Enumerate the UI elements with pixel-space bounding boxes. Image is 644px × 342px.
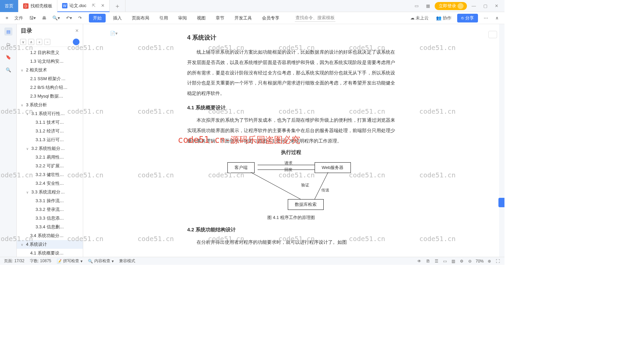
- view-read-icon[interactable]: ▭: [442, 259, 447, 264]
- view-mode-icon[interactable]: 👁: [417, 259, 422, 264]
- expand-all-icon[interactable]: ∧: [28, 39, 34, 45]
- cloud-status[interactable]: ☁ 未上云: [409, 14, 431, 22]
- toc-item[interactable]: ∨ 3.1 系统可行性…: [17, 109, 83, 118]
- toc-item[interactable]: 1.2 目的和意义: [17, 48, 83, 57]
- share-button[interactable]: ⎋ 分享: [457, 14, 478, 22]
- word-icon: W: [62, 3, 67, 8]
- toc-item[interactable]: 3.3.1 操作流…: [17, 196, 83, 205]
- compat-mode[interactable]: 兼容模式: [119, 258, 135, 264]
- toc-item[interactable]: ∨ 2 相关技术: [17, 66, 83, 74]
- feedback-tab[interactable]: [498, 198, 504, 207]
- menu-member[interactable]: 会员专享: [259, 14, 282, 22]
- maximize-icon[interactable]: ▢: [481, 2, 490, 10]
- layout-icon[interactable]: ▭: [412, 2, 421, 10]
- minimize-icon[interactable]: —: [469, 2, 479, 10]
- file-menu[interactable]: 文件: [13, 14, 25, 22]
- toc-item[interactable]: ∨ 3.3 系统流程分…: [17, 188, 83, 196]
- menu-review[interactable]: 审阅: [175, 14, 190, 22]
- toc-item[interactable]: 3.2.1 易用性…: [17, 153, 83, 162]
- menu-view[interactable]: 视图: [194, 14, 208, 22]
- toc-item[interactable]: 3.3.4 信息删…: [17, 223, 83, 231]
- menu-ref[interactable]: 引用: [157, 14, 171, 22]
- right-scrollbar[interactable]: [499, 24, 504, 257]
- page-number[interactable]: 页面: 17/32: [4, 258, 24, 264]
- page-marker-icon: 📄▾: [110, 31, 118, 36]
- toc-item[interactable]: ∨ 3 系统分析: [17, 101, 83, 109]
- menu-insert[interactable]: 插入: [110, 14, 124, 22]
- save-icon[interactable]: 🖫▾: [28, 14, 38, 21]
- tab-add[interactable]: ＋: [110, 0, 125, 12]
- main: ▤ 🗂 🔖 🔍 目录 ✕ ∨ ∧ ＋ － 1.2 目的和意义1.3 论文结构安……: [0, 24, 504, 257]
- clipboard-icon[interactable]: 🗂: [4, 40, 12, 48]
- close-window-icon[interactable]: ✕: [492, 2, 501, 10]
- more-icon[interactable]: ⋯: [482, 14, 490, 21]
- menu-start[interactable]: 开始: [89, 14, 106, 22]
- tab-document[interactable]: W论文.doc⇱✕: [57, 0, 110, 12]
- statusbar: 页面: 17/32 字数: 10875 📝 拼写检查 ▾ 🔍 内容检查 ▾ 兼容…: [0, 257, 504, 265]
- toc-item[interactable]: 3.1.2 经济可…: [17, 127, 83, 135]
- menu-dev[interactable]: 开发工具: [232, 14, 255, 22]
- toc-item[interactable]: 2.2 B/S 结构介绍…: [17, 83, 83, 92]
- tab-home[interactable]: 首页: [0, 0, 18, 12]
- toc-item[interactable]: 2.1 SSM 框架介…: [17, 74, 83, 83]
- login-button[interactable]: 立即登录: [435, 2, 467, 10]
- outline-icon[interactable]: ▤: [4, 27, 12, 36]
- toc-item[interactable]: 3.2.3 健壮性…: [17, 170, 83, 179]
- toc-item[interactable]: 3.1.3 运行可…: [17, 135, 83, 144]
- coop-button[interactable]: 👥 协作: [434, 14, 453, 22]
- search-icon[interactable]: 🔍: [4, 66, 12, 74]
- outline-title: 目录: [21, 27, 32, 35]
- collapse-icon[interactable]: ∧: [494, 14, 500, 21]
- preview-icon[interactable]: 🔍▾: [51, 14, 62, 21]
- menu-icon[interactable]: ≡: [4, 14, 10, 21]
- spell-check[interactable]: 📝 拼写检查 ▾: [57, 258, 83, 264]
- menu-chapter[interactable]: 章节: [213, 14, 227, 22]
- word-count[interactable]: 字数: 10875: [30, 258, 51, 264]
- bookmark-icon[interactable]: 🔖: [4, 53, 12, 61]
- view-web-icon[interactable]: ▥: [451, 259, 456, 264]
- toc-item[interactable]: 4.1 系统概要设…: [17, 249, 83, 257]
- undo-icon[interactable]: ↶▾: [64, 14, 74, 21]
- menu-layout[interactable]: 页面布局: [129, 14, 152, 22]
- toc-item[interactable]: ∨ 4 系统设计: [17, 240, 83, 249]
- outline-panel: 目录 ✕ ∨ ∧ ＋ － 1.2 目的和意义1.3 论文结构安…∨ 2 相关技术…: [17, 24, 83, 257]
- ribbon-right: ☁ 未上云 👥 协作 ⎋ 分享 ⋯ ∧: [409, 14, 500, 22]
- redo-icon[interactable]: ↷: [76, 14, 84, 21]
- outline-header: 目录 ✕: [17, 24, 83, 37]
- zoom-out-icon[interactable]: ⊖: [468, 259, 472, 264]
- add-level-icon[interactable]: ＋: [36, 39, 42, 45]
- tab-template-label: 找稻壳模板: [31, 3, 52, 9]
- toc-item[interactable]: 2.3 Mysql 数据…: [17, 92, 83, 101]
- fullscreen-icon[interactable]: ⛶: [495, 259, 500, 264]
- content-check[interactable]: 🔍 内容检查 ▾: [88, 258, 114, 264]
- toc-item[interactable]: 3.3.2 登录流…: [17, 205, 83, 214]
- toc-item[interactable]: 3.1.1 技术可…: [17, 118, 83, 127]
- toc-item[interactable]: 3.3.3 信息添…: [17, 214, 83, 223]
- external-icon[interactable]: ⇱: [92, 3, 96, 8]
- grid-icon[interactable]: ▦: [423, 2, 433, 10]
- close-icon[interactable]: ✕: [101, 3, 105, 8]
- page-badge[interactable]: [488, 31, 497, 38]
- toc-item[interactable]: 3.2.4 安全性…: [17, 179, 83, 188]
- toc-item[interactable]: 3.2.2 可扩展…: [17, 162, 83, 170]
- search-ribbon[interactable]: 查找命令、搜索模板: [295, 14, 335, 22]
- paragraph: 本次拟开发的系统为了节约开发成本，也为了后期在维护和升级上的便利性，打算通过浏览…: [187, 115, 395, 146]
- print-icon[interactable]: 🖶: [40, 14, 48, 21]
- zoom-in-icon[interactable]: ⊕: [487, 259, 492, 264]
- outline-close-icon[interactable]: ✕: [75, 28, 79, 33]
- toc-item[interactable]: ∨ 3.2 系统性能分…: [17, 144, 83, 153]
- settings-icon[interactable]: ⚙: [459, 259, 464, 264]
- chat-icon[interactable]: [73, 39, 79, 45]
- toc-item[interactable]: 3.4 系统功能分…: [17, 231, 83, 240]
- titlebar: 首页 D找稻壳模板 W论文.doc⇱✕ ＋ ▭ ▦ 立即登录 — ▢ ✕: [0, 0, 504, 12]
- document-area[interactable]: 📄▾ 4 系统设计 线上辅导班系统的设计方案比如功能框架的设计，比如数据库的设计…: [83, 24, 499, 257]
- zoom-level[interactable]: 70%: [476, 259, 484, 264]
- view-outline-icon[interactable]: ☰: [434, 259, 439, 264]
- view-page-icon[interactable]: 🖹: [425, 259, 431, 264]
- tab-template[interactable]: D找稻壳模板: [18, 0, 57, 12]
- toc-item[interactable]: 1.3 论文结构安…: [17, 57, 83, 66]
- collapse-all-icon[interactable]: ∨: [20, 39, 26, 45]
- toc-list[interactable]: 1.2 目的和意义1.3 论文结构安…∨ 2 相关技术2.1 SSM 框架介…2…: [17, 47, 83, 257]
- left-rail: ▤ 🗂 🔖 🔍: [0, 24, 17, 257]
- remove-level-icon[interactable]: －: [44, 39, 50, 45]
